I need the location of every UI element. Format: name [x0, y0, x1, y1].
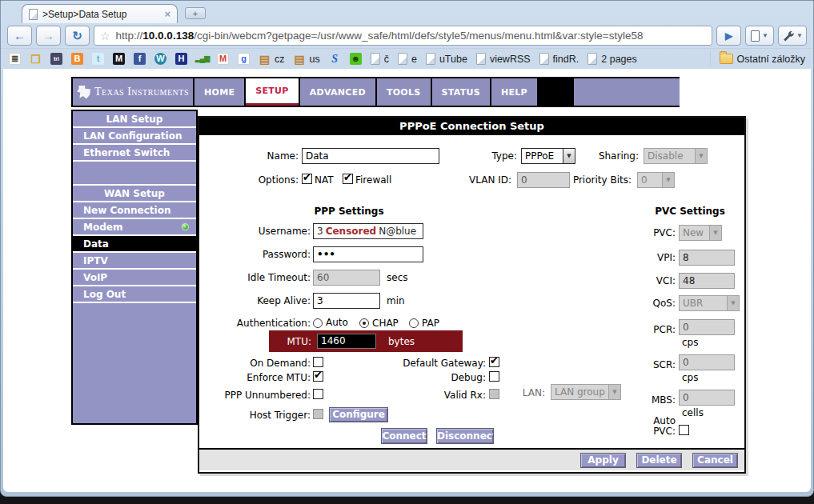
nav-tab-help[interactable]: HELP [491, 78, 537, 106]
sidebar-item-iptv[interactable]: IPTV [73, 253, 196, 270]
bookmark-e-page[interactable]: e [398, 53, 417, 65]
bookmark-favicon: ▂▄▆ [196, 53, 208, 65]
sidebar-item-wan-setup[interactable]: WAN Setup [73, 186, 196, 202]
delete-button[interactable]: Delete [636, 453, 682, 468]
bookmark-viewrss[interactable]: viewRSS [476, 53, 531, 65]
sidebar-item-modem[interactable]: Modem [73, 219, 196, 236]
bookmark-smiley[interactable]: ☻ [350, 53, 362, 65]
scr-unit: cps [682, 372, 698, 383]
pcr-label: PCR: [595, 324, 676, 335]
screen: >Setup>Data Setup × + ← → ↻ ☆ http://10.… [0, 0, 814, 504]
nav-tab-status[interactable]: STATUS [432, 78, 490, 106]
name-input[interactable]: Data [302, 148, 439, 164]
nav-tab-setup[interactable]: SETUP [246, 78, 298, 106]
brand-area: Texas Instruments [73, 78, 193, 106]
bookmark-favicon [539, 53, 549, 65]
sidebar-item-data[interactable]: Data [73, 236, 196, 253]
bookmark-m-site[interactable]: M [113, 53, 125, 65]
bookmark-book-cz[interactable]: ▤ cz [259, 53, 285, 65]
bookmark-windows[interactable]: ❐ [30, 53, 42, 65]
tab-close-icon[interactable]: × [164, 9, 170, 19]
keep-alive-input[interactable]: 3 [313, 293, 380, 309]
default-gateway-checkbox[interactable] [489, 357, 499, 367]
bookmark-book-us[interactable]: ▤ us [294, 53, 320, 65]
auth-pap-label: PAP [422, 318, 439, 329]
page-menu-button[interactable]: ▼ [745, 26, 774, 46]
bookmark-blogger[interactable]: B [71, 53, 83, 65]
nat-checkbox[interactable] [302, 174, 312, 184]
address-bar[interactable]: ☆ http://10.0.0.138/cgi-bin/webcm?getpag… [94, 26, 712, 46]
sidebar-item-ethernet-switch[interactable]: Ethernet Switch [73, 145, 196, 162]
bookmark-facebook[interactable]: f [134, 53, 146, 65]
bookmark-gmail[interactable]: M [217, 53, 229, 65]
nav-tab-home[interactable]: HOME [194, 78, 244, 106]
ppp-unnumbered-checkbox[interactable] [313, 389, 323, 399]
bookmark-s-site[interactable]: S [329, 53, 341, 65]
cancel-button[interactable]: Cancel [692, 453, 738, 468]
bookmark-favicon [476, 53, 486, 65]
bookmark-favicon [426, 53, 435, 65]
back-button[interactable]: ← [7, 26, 32, 46]
debug-checkbox[interactable] [489, 371, 499, 382]
mbs-input: 0 [679, 390, 735, 406]
reload-icon: ↻ [72, 29, 82, 43]
configure-button[interactable]: Configure [329, 407, 388, 422]
bookmark-tri[interactable]: tri [50, 53, 62, 65]
bookmark-label: viewRSS [490, 54, 531, 65]
browser-window: >Setup>Data Setup × + ← → ↻ ☆ http://10.… [0, 0, 814, 497]
reload-button[interactable]: ↻ [65, 26, 90, 46]
connect-button[interactable]: Connect [381, 428, 427, 444]
apply-button[interactable]: Apply [580, 453, 626, 468]
bookmark-c-page[interactable]: č [371, 53, 389, 65]
bookmark-h-site[interactable]: H [175, 53, 187, 65]
bookmark-favicon [398, 53, 407, 65]
bookmark-google[interactable]: g [238, 53, 250, 65]
bookmark-twitter[interactable]: t [92, 53, 104, 65]
bookmark-label: uTube [439, 54, 467, 65]
tab-favicon [29, 9, 38, 20]
nav-tab-tools[interactable]: TOOLS [377, 78, 431, 106]
bookmark-notes[interactable]: ≣ [9, 53, 21, 65]
bookmark-label: findR. [553, 54, 579, 65]
disconnect-button[interactable]: Disconnect [436, 428, 494, 444]
auth-auto-radio[interactable] [313, 318, 323, 328]
auto-pvc-checkbox[interactable] [679, 425, 689, 435]
sidebar-item-gap[interactable] [73, 162, 196, 186]
sidebar-item-voip[interactable]: VoIP [73, 270, 196, 286]
page-menu-icon [751, 30, 760, 42]
bookmark-2pages[interactable]: 2 pages [587, 53, 636, 65]
keep-alive-unit: min [387, 295, 405, 306]
bookmarks-separator [710, 52, 711, 66]
auth-chap-radio[interactable] [359, 318, 369, 328]
username-input[interactable]: 3CensoredN@blue [313, 223, 423, 239]
mtu-input[interactable]: 1460 [317, 334, 376, 349]
on-demand-checkbox[interactable] [313, 357, 323, 367]
go-button[interactable]: ▶ [716, 26, 741, 46]
sidebar: LAN Setup LAN Configuration Ethernet Swi… [71, 110, 198, 425]
other-bookmarks-folder[interactable]: Ostatní záložky [720, 54, 805, 65]
bookmark-favicon [371, 53, 380, 65]
valid-rx-label: Valid Rx: [335, 390, 486, 401]
new-tab-button[interactable]: + [185, 7, 206, 19]
auth-pap-radio[interactable] [409, 318, 419, 328]
nav-tab-advanced[interactable]: ADVANCED [300, 78, 375, 106]
sidebar-item-lan-configuration[interactable]: LAN Configuration [73, 128, 196, 145]
username-label: Username: [202, 226, 311, 237]
sidebar-item-lan-setup[interactable]: LAN Setup [73, 111, 196, 128]
bookmark-findr[interactable]: findR. [539, 53, 579, 65]
password-input[interactable]: ••• [313, 246, 423, 262]
wrench-menu-button[interactable]: ▼ [778, 26, 807, 46]
firewall-checkbox[interactable] [343, 174, 353, 184]
bookmark-analytics[interactable]: ▂▄▆ [196, 53, 208, 65]
sidebar-item-log-out[interactable]: Log Out [73, 286, 196, 303]
sidebar-item-new-connection[interactable]: New Connection [73, 202, 196, 219]
sidebar-item-label: VoIP [83, 272, 107, 283]
bookmark-star-icon[interactable]: ☆ [100, 30, 110, 42]
bookmark-utube[interactable]: uTube [426, 53, 467, 65]
enforce-mtu-checkbox[interactable] [313, 371, 323, 382]
bookmark-w-circle[interactable]: W [154, 53, 166, 65]
type-select[interactable]: PPPoE▼ [521, 148, 575, 164]
browser-tab[interactable]: >Setup>Data Setup × [22, 4, 178, 23]
forward-button[interactable]: → [36, 26, 61, 46]
bookmark-favicon: t [92, 53, 104, 65]
